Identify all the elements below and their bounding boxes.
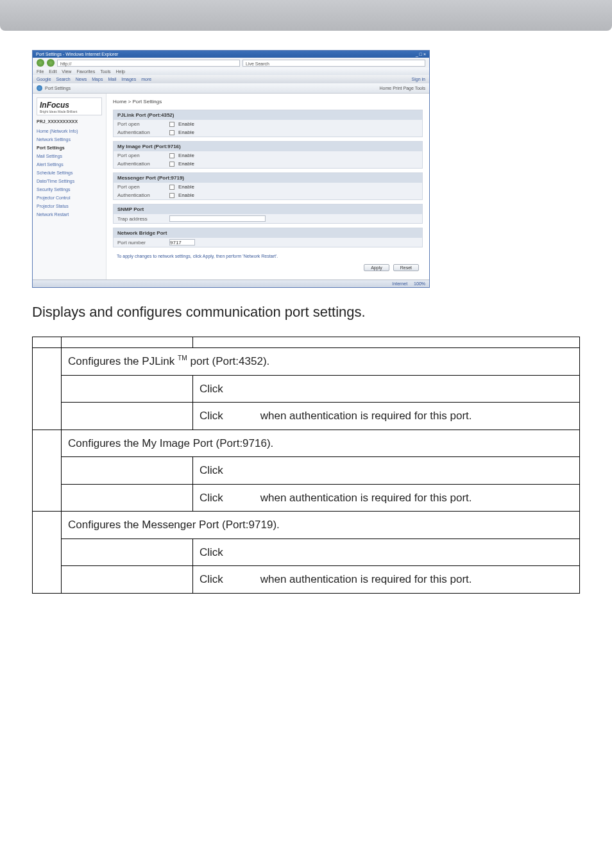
browser-menubar[interactable]: File Edit View Favorites Tools Help [33,68,429,75]
logo: InFocus [40,101,99,110]
sidebar-item-home[interactable]: Home (Network Info) [37,127,102,135]
cell [62,337,193,348]
back-button-icon[interactable] [37,59,44,67]
bridge-section: Network Bridge Port Port number 9717 [113,228,423,247]
checkbox-icon[interactable] [169,185,174,190]
browser-window: Port Settings - Windows Internet Explore… [32,50,430,288]
menu-edit[interactable]: Edit [49,69,56,74]
checkbox-icon[interactable] [169,130,174,135]
checkbox-icon[interactable] [169,193,174,198]
search-box[interactable]: Live Search [242,60,425,67]
model-number: PRJ_XXXXXXXXXX [37,119,102,124]
table-row: Click [33,457,580,485]
linkbar-mail[interactable]: Mail [108,77,116,81]
row-label: Authentication [117,192,166,198]
linkbar-images[interactable]: Images [121,77,136,81]
sidebar: InFocus Bright Ideas Made Brilliant PRJ_… [33,94,106,280]
snmp-title: SNMP Port [114,204,422,214]
sidebar-item-control[interactable]: Projector Control [37,194,102,202]
address-bar[interactable]: http:// [57,60,240,67]
breadcrumb: Home > Port Settings [113,99,423,104]
table-row [33,337,580,348]
menu-file[interactable]: File [37,69,44,74]
table-row: Click when authentication is required fo… [33,566,580,594]
sidebar-item-port[interactable]: Port Settings [37,144,102,152]
sidebar-item-schedule[interactable]: Schedule Settings [37,169,102,177]
trap-address-input[interactable] [169,215,266,222]
checkbox-icon[interactable] [169,162,174,167]
auth-suffix: when authentication is required for this… [257,573,472,585]
status-zoom: 100% [414,281,425,286]
myimage-open-row: Port open Enable [114,151,422,160]
apply-button[interactable]: Apply [364,264,389,271]
toolbar-right[interactable]: Home Print Page Tools [380,86,425,90]
table-row: Configures the Messenger Port (Port:9719… [33,512,580,539]
browser-address-row: http:// Live Search [33,58,429,68]
snmp-section: SNMP Port Trap address [113,204,423,224]
menu-favorites[interactable]: Favorites [76,69,95,74]
window-controls[interactable]: _ □ × [416,52,426,56]
pjlink-header-cell: Configures the PJLink TM port (Port:4352… [62,348,580,376]
sidebar-item-restart[interactable]: Network Restart [37,210,102,219]
cell [62,484,193,512]
status-bar: Internet 100% [33,280,429,287]
sidebar-item-security[interactable]: Security Settings [37,185,102,194]
checkbox-icon[interactable] [169,153,174,158]
table-row: Click [33,538,580,566]
click-label: Click [200,464,223,476]
cell [62,538,193,566]
apply-note: To apply changes to network settings, cl… [113,251,423,261]
reset-button[interactable]: Reset [393,264,419,271]
sidebar-item-network[interactable]: Network Settings [37,135,102,144]
row-label: Port open [117,184,166,190]
messenger-section: Messenger Port (Port:9719) Port open Ena… [113,172,423,200]
menu-tools[interactable]: Tools [100,69,110,74]
browser-tab-row: Port Settings Home Print Page Tools [33,83,429,94]
messenger-auth-row: Authentication Enable [114,191,422,199]
linkbar-signin[interactable]: Sign in [412,77,425,81]
cell: Click [193,375,580,403]
menu-help[interactable]: Help [116,69,125,74]
cell [33,430,62,512]
sidebar-item-status[interactable]: Projector Status [37,202,102,210]
forward-button-icon[interactable] [47,59,55,67]
enable-text: Enable [178,121,194,127]
linkbar-label: Google [37,77,51,81]
table-row: Click when authentication is required fo… [33,403,580,430]
table-row: Click [33,375,580,403]
myimage-header-cell: Configures the My Image Port (Port:9716)… [62,430,580,457]
cell [33,337,62,348]
cell [33,512,62,594]
linkbar-more[interactable]: more [141,77,151,81]
favicon-icon [37,85,42,91]
caption-text: Displays and configures communication po… [32,304,580,321]
page-header-bar [0,0,612,31]
checkbox-icon[interactable] [169,122,174,127]
row-label: Port number [117,240,166,246]
row-label: Authentication [117,161,166,167]
linkbar-news[interactable]: News [76,77,87,81]
row-label: Trap address [117,216,166,222]
cell: Click [193,457,580,485]
click-label: Click [200,490,257,506]
cell [62,375,193,403]
linkbar-search[interactable]: Search [56,77,71,81]
bridge-title: Network Bridge Port [114,228,422,238]
sidebar-item-alert[interactable]: Alert Settings [37,160,102,169]
enable-text: Enable [178,184,194,190]
cell [62,566,193,594]
table-row: Click when authentication is required fo… [33,484,580,512]
table-row: Configures the PJLink TM port (Port:4352… [33,348,580,376]
click-label: Click [200,546,223,558]
logo-sub: Bright Ideas Made Brilliant [40,110,99,113]
sidebar-item-datetime[interactable]: Date/Time Settings [37,177,102,185]
window-title: Port Settings - Windows Internet Explore… [36,52,118,56]
sidebar-item-mail[interactable]: Mail Settings [37,152,102,160]
port-number-input[interactable]: 9717 [169,239,195,246]
pjlink-title: PJLink Port (Port:4352) [114,110,422,120]
linkbar-maps[interactable]: Maps [92,77,103,81]
pjlink-auth-row: Authentication Enable [114,128,422,137]
menu-view[interactable]: View [62,69,71,74]
tab-label[interactable]: Port Settings [45,86,71,90]
bridge-port-row: Port number 9717 [114,238,422,247]
